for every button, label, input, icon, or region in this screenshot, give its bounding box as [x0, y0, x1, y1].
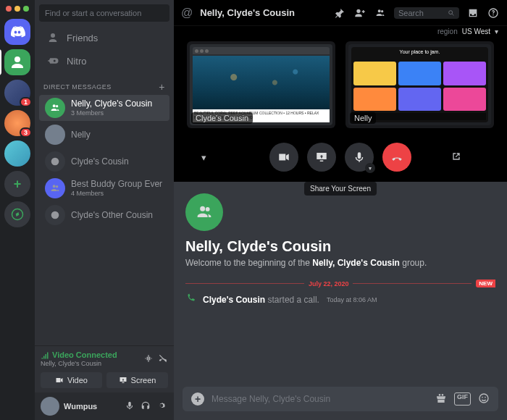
server-item[interactable]: 1	[4, 80, 30, 106]
call-area: BEAUTIFUL CORAL REEF AQUARIUM COLLECTION…	[174, 37, 507, 182]
user-panel: Wumpus	[35, 392, 174, 420]
new-badge: NEW	[476, 280, 495, 287]
pin-icon	[334, 7, 345, 19]
welcome-block: Nelly, Clyde's Cousin Welcome to the beg…	[174, 182, 507, 274]
disconnect-button[interactable]	[158, 353, 168, 366]
dm-item[interactable]: Clyde's Cousin	[39, 148, 169, 175]
gif-button[interactable]: GIF	[454, 392, 471, 406]
group-avatar-icon	[45, 98, 65, 118]
minimize-window-icon[interactable]	[14, 6, 20, 12]
server-active[interactable]	[4, 49, 30, 75]
gift-button[interactable]	[435, 392, 447, 406]
video-button[interactable]: Video	[41, 372, 102, 388]
user-avatar[interactable]	[41, 397, 59, 416]
nitro-icon	[46, 54, 59, 67]
group-avatar-large	[185, 193, 223, 231]
deafen-button[interactable]	[141, 400, 152, 413]
server-item[interactable]	[4, 140, 30, 167]
app-root: 1 3 + Find or start a conversation Frien…	[0, 0, 507, 420]
dm-name: Nelly, Clyde's Cousin	[71, 98, 152, 109]
microphone-icon	[125, 400, 135, 411]
toggle-camera-button[interactable]	[269, 143, 298, 172]
hangup-button[interactable]	[382, 143, 411, 172]
dm-item[interactable]: Nelly	[39, 122, 169, 148]
chevron-down-icon[interactable]: ▾	[365, 163, 375, 173]
message-placeholder: Message Nelly, Clyde's Cousin	[211, 394, 428, 404]
svg-point-5	[479, 394, 488, 403]
dm-name: Nelly	[71, 130, 91, 140]
collapse-button[interactable]: ▾	[201, 152, 206, 163]
chat-area: Nelly, Clyde's Cousin Welcome to the beg…	[174, 182, 507, 420]
dm-item-active[interactable]: Nelly, Clyde's Cousin3 Members	[39, 95, 169, 121]
welcome-subtitle: Welcome to the beginning of the Nelly, C…	[185, 258, 495, 268]
call-controls: ▾ ▾	[187, 128, 494, 180]
dm-subtitle: 3 Members	[71, 109, 152, 117]
fullscreen-button[interactable]	[469, 151, 481, 164]
screen-icon	[119, 376, 127, 385]
mute-button[interactable]	[125, 400, 136, 413]
people-icon	[374, 7, 386, 19]
window-traffic-lights[interactable]	[6, 3, 29, 14]
emoji-icon	[478, 392, 490, 404]
svg-point-7	[485, 397, 486, 398]
popout-icon	[451, 151, 462, 162]
voice-buttons: Video Screen	[35, 372, 174, 392]
noise-suppression-button[interactable]	[143, 353, 154, 366]
mute-mic-button[interactable]: ▾	[345, 143, 374, 172]
attach-button[interactable]: +	[191, 392, 204, 406]
video-icon	[55, 376, 64, 385]
popout-button[interactable]	[451, 151, 462, 164]
find-conversation-input[interactable]: Find or start a conversation	[39, 4, 169, 22]
close-window-icon[interactable]	[6, 6, 12, 12]
phone-hangup-icon	[390, 151, 403, 164]
dm-item[interactable]: Clyde's Other Cousin	[39, 202, 169, 228]
settings-button[interactable]	[156, 400, 168, 413]
gear-icon	[156, 400, 167, 411]
channel-header: @ Nelly, Clyde's Cousin Search	[174, 0, 507, 26]
dm-subtitle: 4 Members	[71, 190, 162, 198]
region-row: region US West ▾	[174, 26, 507, 37]
tile-label: Nelly	[350, 112, 376, 124]
noise-icon	[143, 353, 154, 364]
friends-nav[interactable]: Friends	[39, 27, 169, 49]
server-item[interactable]: 3	[4, 110, 30, 136]
members-button[interactable]	[374, 7, 387, 19]
tooltip: Share Your Screen	[304, 182, 377, 196]
home-button[interactable]	[4, 19, 30, 45]
dm-section-header: DIRECT MESSAGES +	[35, 72, 174, 94]
region-value[interactable]: US West	[462, 28, 490, 35]
video-tile[interactable]: Your place to jam. Nelly	[345, 41, 494, 128]
search-input[interactable]: Search	[394, 7, 459, 19]
explore-button[interactable]	[4, 201, 30, 227]
emoji-button[interactable]	[478, 392, 490, 406]
message-input-row: + Message Nelly, Clyde's Cousin GIF	[174, 381, 507, 420]
phone-icon	[185, 293, 196, 306]
help-button[interactable]	[487, 7, 500, 19]
video-tiles: BEAUTIFUL CORAL REEF AQUARIUM COLLECTION…	[187, 41, 494, 128]
video-tile[interactable]: BEAUTIFUL CORAL REEF AQUARIUM COLLECTION…	[187, 41, 335, 128]
tile-label: Clyde's Cousin	[191, 112, 253, 124]
username-label: Wumpus	[64, 402, 120, 411]
dm-name: Clyde's Other Cousin	[71, 210, 153, 220]
sidebar: Find or start a conversation Friends Nit…	[35, 0, 174, 420]
add-server-button[interactable]: +	[4, 171, 30, 197]
nitro-nav[interactable]: Nitro	[39, 50, 169, 72]
help-icon	[487, 7, 499, 19]
maximize-window-icon[interactable]	[23, 6, 29, 12]
share-screen-button[interactable]	[307, 143, 336, 172]
add-friends-button[interactable]	[353, 7, 366, 19]
screen-share-button[interactable]: Screen	[106, 372, 168, 388]
welcome-title: Nelly, Clyde's Cousin	[185, 238, 495, 255]
compass-icon	[11, 208, 24, 221]
voice-status-label: Video Connected	[41, 350, 117, 360]
inbox-button[interactable]	[466, 7, 479, 19]
jam-title: Your place to jam.	[353, 49, 486, 59]
create-dm-button[interactable]: +	[159, 81, 165, 93]
message-input[interactable]: + Message Nelly, Clyde's Cousin GIF	[183, 387, 498, 411]
chevron-down-icon[interactable]: ▾	[495, 28, 498, 35]
headphones-icon	[141, 400, 151, 411]
dm-item[interactable]: Best Buddy Group Ever4 Members	[39, 175, 169, 201]
avatar-icon	[45, 151, 65, 172]
pin-button[interactable]	[333, 7, 346, 19]
dm-name: Best Buddy Group Ever	[71, 179, 162, 189]
